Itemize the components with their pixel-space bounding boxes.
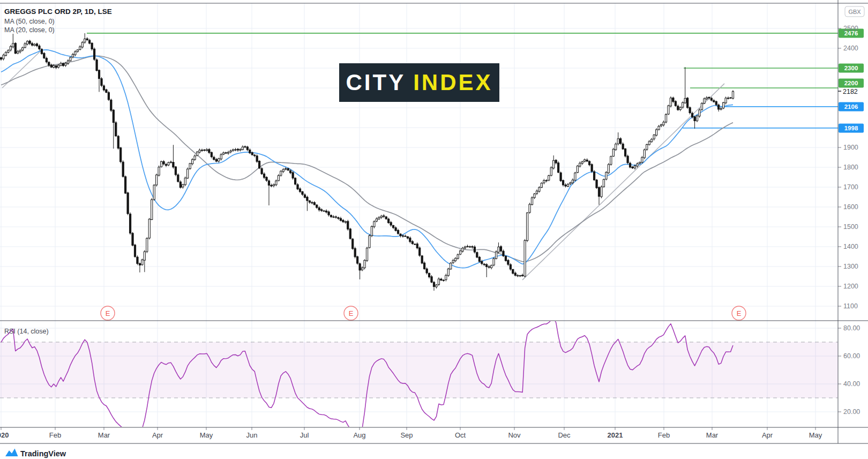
candle-body	[170, 162, 171, 162]
candle-body	[309, 201, 310, 202]
x-axis-label[interactable]: Sep	[400, 431, 413, 439]
candle-body	[93, 49, 95, 59]
x-axis-label[interactable]: Feb	[658, 431, 670, 439]
candle-body	[328, 212, 330, 215]
candle-body	[431, 277, 432, 282]
x-axis-label[interactable]: Apr	[152, 431, 163, 439]
candle-body	[0, 57, 2, 59]
candle-body	[297, 184, 298, 189]
candle-body	[689, 108, 691, 113]
candle-body	[84, 39, 86, 42]
candle-body	[440, 279, 442, 280]
chart-canvas[interactable]: CITYINDEX EEE 24762300220021061998250024…	[0, 0, 868, 459]
x-axis-label[interactable]: Apr	[762, 431, 773, 439]
candle-body	[290, 171, 291, 173]
candle-body	[428, 273, 430, 277]
candle-body	[378, 217, 380, 219]
x-axis-label[interactable]: Dec	[558, 431, 571, 439]
candle-body	[125, 176, 126, 193]
candle-body	[299, 189, 301, 191]
tradingview-attribution[interactable]: TradingView	[5, 449, 66, 458]
candle-body	[163, 161, 164, 164]
x-axis-label[interactable]: May	[809, 431, 822, 439]
candle-body	[725, 98, 727, 103]
candle-body	[330, 215, 332, 217]
currency-badge-label[interactable]: GBX	[848, 9, 861, 15]
candle-body	[567, 184, 568, 187]
candle-body	[141, 260, 143, 265]
candle-body	[335, 217, 336, 217]
candle-body	[646, 144, 648, 149]
candle-body	[639, 162, 640, 164]
candle-body	[156, 175, 158, 185]
candle-body	[672, 98, 674, 101]
candle-body	[354, 248, 356, 257]
candle-body	[704, 99, 705, 103]
candle-body	[254, 155, 256, 156]
price-tick-label: 1800	[843, 164, 858, 171]
candle-body	[675, 101, 676, 106]
candle-body	[173, 162, 174, 167]
candle-body	[687, 98, 689, 108]
candle-body	[376, 219, 377, 221]
candle-body	[313, 203, 315, 205]
watermark-text: CITYINDEX	[346, 70, 492, 95]
x-axis-label[interactable]: Mar	[98, 431, 110, 439]
candle-body	[505, 256, 506, 261]
candle-body	[347, 221, 349, 229]
candle-body	[165, 165, 167, 166]
candle-body	[361, 268, 363, 270]
x-axis-label[interactable]: 2021	[608, 431, 623, 439]
candle-body	[503, 251, 504, 256]
price-tick-label: 1600	[843, 203, 858, 211]
candle-body	[656, 130, 657, 135]
x-axis-label[interactable]: Mar	[706, 431, 719, 439]
candle-body	[117, 136, 119, 148]
candle-body	[129, 214, 131, 233]
x-axis-label[interactable]: Jul	[300, 431, 309, 439]
candle-body	[550, 168, 552, 175]
candle-body	[405, 236, 406, 236]
candle-body	[148, 219, 150, 238]
candle-body	[608, 165, 609, 173]
candle-body	[213, 157, 215, 159]
x-axis-label[interactable]: Feb	[49, 431, 61, 439]
price-tick-label: 1500	[843, 223, 858, 231]
candle-body	[598, 188, 600, 197]
x-axis-label[interactable]: Oct	[455, 431, 466, 439]
x-axis-label[interactable]: May	[200, 431, 213, 439]
candle-body	[579, 163, 581, 166]
candle-body	[414, 244, 416, 245]
candle-body	[215, 159, 217, 161]
currency-toggle[interactable]: GBX	[845, 6, 864, 17]
ma20-legend[interactable]: MA (20, close, 0)	[4, 26, 55, 34]
candle-body	[691, 113, 693, 117]
tradingview-logo-text[interactable]: TradingView	[20, 449, 66, 458]
trendline[interactable]	[522, 84, 724, 280]
price-tick-label: 2400	[843, 45, 858, 52]
candle-body	[115, 123, 117, 136]
x-axis-label[interactable]: Nov	[508, 431, 521, 439]
candle-body	[388, 219, 390, 223]
x-axis-label[interactable]: 2020	[0, 431, 9, 439]
candle-body	[179, 182, 181, 187]
candle-body	[242, 147, 243, 150]
candle-body	[617, 139, 619, 144]
candle-body	[727, 98, 729, 99]
x-axis-label[interactable]: Jun	[246, 431, 258, 439]
candle-body	[34, 44, 35, 45]
earnings-markers[interactable]: EEE	[101, 306, 746, 320]
candle-body	[318, 208, 320, 210]
candle-body	[581, 162, 583, 164]
candle-body	[345, 221, 346, 222]
candle-body	[17, 51, 19, 53]
x-axis-label[interactable]: Aug	[353, 431, 365, 439]
ma50-legend[interactable]: MA (50, close, 0)	[4, 18, 55, 25]
candle-body	[534, 194, 535, 197]
rsi-legend[interactable]: RSI (14, close)	[4, 328, 49, 335]
price-tick-label: 1700	[843, 183, 858, 191]
watermark-logo: CITYINDEX	[339, 63, 499, 102]
candle-body	[627, 156, 628, 163]
candle-body	[316, 205, 318, 208]
rsi-tick-label: 60.00	[843, 352, 860, 360]
